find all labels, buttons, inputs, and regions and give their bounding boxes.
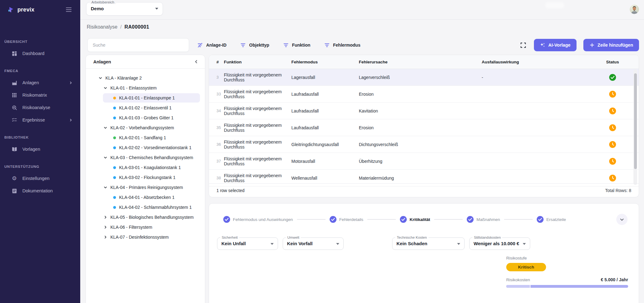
tree-item[interactable]: KLA-02-02 - Vorsedimentationstank 1 — [103, 143, 200, 152]
select-field[interactable]: Umwelt Kein Vorfall — [283, 237, 344, 250]
table-row[interactable]: 3 Flüssigkeit mit vorgegebenem Durchflus… — [209, 69, 639, 86]
user-avatar[interactable] — [630, 5, 639, 14]
tree-item-label: KLA-04-02 - Schlammabfuhrsystem 1 — [119, 205, 192, 210]
cell-funktion: Flüssigkeit mit vorgegebenem Durchfluss — [224, 72, 291, 82]
chevron-down-icon — [103, 126, 108, 130]
filter-icon — [283, 42, 289, 48]
cell-fehlerursache: Erosion — [359, 92, 482, 97]
sidebar-section: FMECA Anlagen Risikomatrix Risikoanalyse — [0, 68, 80, 126]
breadcrumb-parent[interactable]: Risikoanalyse — [87, 24, 118, 30]
tree-item[interactable]: KLA-07 - Desinfektionssystem — [103, 232, 202, 242]
sidebar-item-label: Einstellungen — [22, 176, 69, 181]
step-label: Fehlermodus und Auswirkungen — [233, 217, 293, 222]
asset-tree: KLA - Kläranlage 2 KLA-01 - Einlasssyste… — [86, 69, 205, 246]
chevron-right-icon — [103, 215, 108, 219]
select-field[interactable]: Sicherheit Kein Unfall — [217, 237, 278, 250]
sidebar-item-label: Ergebnisse — [22, 117, 69, 122]
step-label: Fehlerdetails — [339, 217, 363, 222]
risk-cost-label: Risikokosten — [506, 278, 530, 282]
menu-toggle-icon[interactable] — [65, 6, 73, 13]
table-row[interactable]: 34 Flüssigkeit mit vorgegebenem Durchflu… — [209, 103, 639, 119]
table-row[interactable]: 36 Flüssigkeit mit vorgegebenem Durchflu… — [209, 136, 639, 153]
tree-item[interactable]: KLA - Kläranlage 2 — [98, 73, 202, 83]
tree-item[interactable]: KLA-05 - Biologisches Behandlungssystem — [103, 213, 202, 222]
filter-icon — [197, 42, 203, 48]
sidebar-item[interactable]: Risikoanalyse — [0, 101, 80, 114]
sidebar-item[interactable]: Risikomatrix — [0, 89, 80, 101]
sidebar-item[interactable]: Vorlagen — [0, 143, 80, 155]
node-status-dot — [113, 176, 116, 179]
tree-item[interactable]: KLA-03 - Chemisches Behandlungssystem — [103, 153, 202, 162]
ai-template-button[interactable]: AI-Vorlage — [534, 39, 576, 51]
tree-item[interactable]: KLA-03-02 - Flockungstank 1 — [103, 173, 200, 182]
risk-cost-progress-buffer — [506, 285, 530, 288]
sidebar-item[interactable]: ⚙ Einstellungen — [0, 172, 80, 185]
workspace-select-label: Arbeitsbereich — [90, 0, 116, 4]
select-field[interactable]: Stillstandskosten Weniger als 10.000 € — [469, 237, 530, 250]
filter-chip[interactable]: Anlage-ID — [197, 42, 226, 48]
breadcrumb: Risikoanalyse / RA000001 — [87, 24, 149, 30]
add-row-button-label: Zeile hinzufügen — [598, 43, 633, 48]
toolbar-actions: AI-Vorlage Zeile hinzufügen — [519, 39, 639, 51]
chevron-left-icon — [194, 59, 199, 64]
workspace-select[interactable]: Arbeitsbereich Demo — [86, 2, 163, 16]
tree-item[interactable]: KLA-01-01 - Einlasspumpe 1 — [103, 93, 200, 103]
tree-item[interactable]: KLA-04-01 - Absetzbecken 1 — [103, 193, 200, 202]
sidebar-section-title: UNTERSTÜTZUNG — [4, 163, 80, 170]
add-row-button[interactable]: Zeile hinzufügen — [583, 39, 639, 51]
sparkles-icon — [540, 42, 545, 48]
sidebar-item[interactable]: Anlagen — [0, 76, 80, 89]
dropdown-arrow-icon — [457, 243, 460, 245]
panel-collapse-button[interactable] — [194, 59, 199, 64]
tree-item[interactable]: KLA-04 - Primäres Reinigungssystem — [103, 183, 202, 192]
tree-item-label: KLA-02-02 - Vorsedimentationstank 1 — [119, 145, 192, 150]
cell-fehlerursache: Erosion — [359, 125, 482, 130]
filter-chips: Anlage-ID Objekttyp Funktion — [197, 42, 360, 48]
cell-fehlermodus: Lagerausfall — [291, 75, 359, 80]
filter-chip[interactable]: Funktion — [283, 42, 310, 48]
risk-level-badge: Kritisch — [506, 263, 546, 271]
sidebar-item-label: Risikomatrix — [22, 93, 69, 98]
tree-item-label: KLA-04 - Primäres Reinigungssystem — [110, 185, 183, 190]
filter-chip[interactable]: Objekttyp — [240, 42, 269, 48]
tree-item[interactable]: KLA-02-01 - Sandfang 1 — [103, 133, 200, 142]
search-input[interactable] — [87, 38, 189, 52]
checklist-icon — [11, 117, 17, 123]
table-scrollbar-thumb[interactable] — [634, 73, 637, 169]
detail-collapse-button[interactable] — [616, 214, 628, 225]
table-row[interactable]: 37 Flüssigkeit mit vorgegebenem Durchflu… — [209, 153, 639, 170]
chevron-right-icon — [69, 118, 73, 122]
table-row[interactable]: 35 Flüssigkeit mit vorgegebenem Durchflu… — [209, 119, 639, 136]
risk-level-label: Risikostufe — [506, 256, 628, 260]
node-status-dot — [113, 117, 116, 119]
sidebar-item[interactable]: Dokumentation — [0, 185, 80, 197]
sidebar-section: ÜBERSICHT Dashboard — [0, 39, 80, 60]
breadcrumb-separator: / — [120, 24, 122, 30]
filter-chip-label: Fehlermodus — [333, 43, 360, 48]
sidebar-item[interactable]: Ergebnisse — [0, 114, 80, 126]
fullscreen-button[interactable] — [519, 41, 527, 49]
tree-item[interactable]: KLA-04-02 - Schlammabfuhrsystem 1 — [103, 203, 200, 212]
app-logo[interactable]: previx — [7, 6, 35, 13]
tree-item[interactable]: KLA-02 - Vorbehandlungssystem — [103, 123, 202, 132]
tree-item[interactable]: KLA-06 - Filtersystem — [103, 223, 202, 232]
tree-item[interactable]: KLA-03-01 - Koagulationstank 1 — [103, 163, 200, 172]
sidebar-item-label: Risikoanalyse — [22, 105, 69, 110]
tree-item-label: KLA-01-01 - Einlasspumpe 1 — [119, 95, 175, 100]
tree-item[interactable]: KLA-01 - Einlasssystem — [103, 83, 202, 93]
tree-item-label: KLA-01 - Einlasssystem — [110, 85, 157, 90]
tree-item[interactable]: KLA-01-02 - Einlassventil 1 — [103, 103, 200, 112]
filter-chip[interactable]: Fehlermodus — [324, 42, 360, 48]
status-pending-icon — [609, 175, 616, 181]
select-field[interactable]: Technische Kosten Kein Schaden — [392, 237, 465, 250]
tree-item[interactable]: KLA-01-03 - Grobes Gitter 1 — [103, 113, 200, 122]
table-row[interactable]: 33 Flüssigkeit mit vorgegebenem Durchflu… — [209, 86, 639, 103]
table-header: # Funktion Fehlermodus Fehlerursache Aus… — [209, 55, 639, 69]
cell-fehlerursache: Lagerverschleiß — [359, 75, 482, 80]
sidebar-item-label: Dashboard — [22, 51, 69, 56]
node-status-dot — [113, 146, 116, 149]
select-field-label: Umwelt — [286, 236, 301, 239]
col-header-funktion: Funktion — [224, 60, 291, 64]
cell-funktion: Flüssigkeit mit vorgegebenem Durchfluss — [224, 156, 291, 166]
sidebar-item[interactable]: Dashboard — [0, 47, 80, 60]
